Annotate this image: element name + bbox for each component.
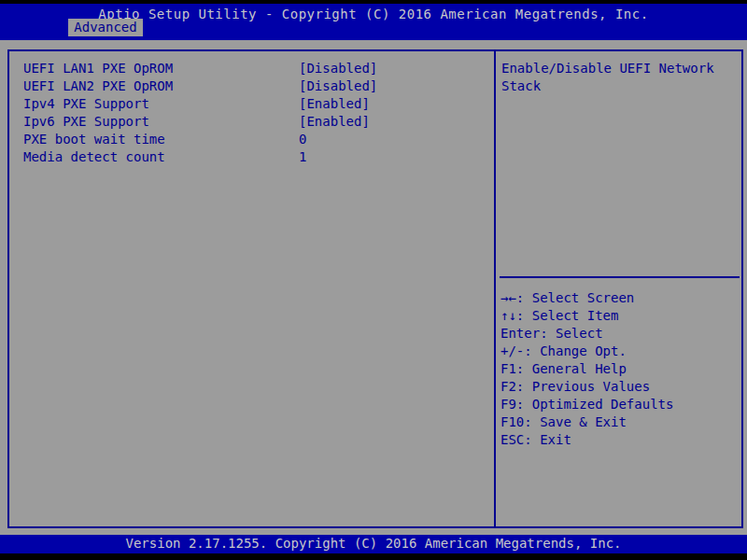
pane-divider — [494, 49, 496, 528]
help-panel-divider — [500, 276, 740, 278]
setting-value[interactable]: [Disabled] — [299, 77, 481, 95]
key-hint-esc-exit: ESC: Exit — [500, 431, 739, 449]
tab-advanced[interactable]: Advanced — [68, 19, 143, 36]
setting-value[interactable]: 1 — [299, 148, 481, 166]
setting-value[interactable]: [Enabled] — [299, 113, 481, 131]
setting-value[interactable]: [Enabled] — [299, 95, 481, 113]
setting-row-ipv4-pxe-support[interactable]: Ipv4 PXE Support [Enabled] — [23, 95, 481, 113]
setting-value[interactable]: [Disabled] — [299, 60, 481, 77]
footer-bar: Version 2.17.1255. Copyright (C) 2016 Am… — [0, 535, 747, 553]
key-hint-general-help: F1: General Help — [500, 360, 739, 378]
key-hint-save-exit: F10: Save & Exit — [500, 413, 739, 431]
key-hint-optimized-defaults: F9: Optimized Defaults — [500, 396, 739, 413]
setting-label: PXE boot wait time — [23, 131, 299, 148]
setting-row-media-detect-count[interactable]: Media detect count 1 — [23, 148, 481, 166]
setting-row-uefi-lan2-pxe-oprom[interactable]: UEFI LAN2 PXE OpROM [Disabled] — [23, 77, 481, 95]
key-legend: →←: Select Screen ↑↓: Select Item Enter:… — [500, 289, 739, 449]
setting-label: UEFI LAN1 PXE OpROM — [23, 60, 299, 77]
key-hint-select-screen: →←: Select Screen — [500, 289, 739, 307]
setting-label: UEFI LAN2 PXE OpROM — [23, 77, 299, 95]
key-hint-select-item: ↑↓: Select Item — [500, 307, 739, 325]
key-hint-enter-select: Enter: Select — [500, 325, 739, 343]
setting-row-uefi-lan1-pxe-oprom[interactable]: UEFI LAN1 PXE OpROM [Disabled] — [23, 60, 481, 77]
bottom-black-strip — [0, 553, 747, 560]
setting-row-pxe-boot-wait-time[interactable]: PXE boot wait time 0 — [23, 131, 481, 148]
key-hint-change-opt: +/-: Change Opt. — [500, 343, 739, 360]
setting-label: Ipv6 PXE Support — [23, 113, 299, 131]
version-text: Version 2.17.1255. Copyright (C) 2016 Am… — [0, 536, 747, 551]
settings-list: UEFI LAN1 PXE OpROM [Disabled] UEFI LAN2… — [23, 60, 481, 166]
bios-setup-screen: Aptio Setup Utility - Copyright (C) 2016… — [0, 0, 747, 560]
setting-row-ipv6-pxe-support[interactable]: Ipv6 PXE Support [Enabled] — [23, 113, 481, 131]
help-description: Enable/Disable UEFI Network Stack — [501, 60, 726, 95]
setting-label: Ipv4 PXE Support — [23, 95, 299, 113]
setting-value[interactable]: 0 — [299, 131, 481, 148]
setting-label: Media detect count — [23, 148, 299, 166]
key-hint-previous-values: F2: Previous Values — [500, 378, 739, 396]
